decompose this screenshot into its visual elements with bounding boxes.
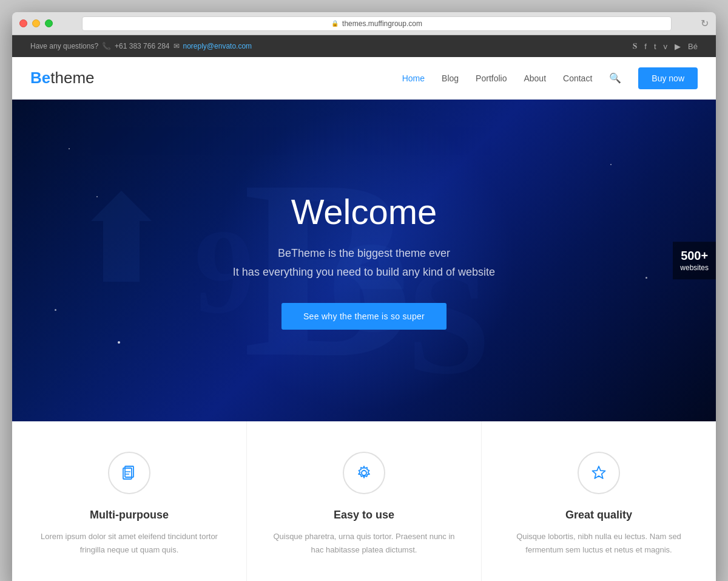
multipurpose-icon-circle xyxy=(108,452,150,494)
behance-icon[interactable]: Bé xyxy=(688,42,698,51)
quality-title: Great quality xyxy=(506,509,692,522)
star-decoration xyxy=(610,164,612,165)
star-decoration xyxy=(118,341,120,344)
logo-be: Be xyxy=(30,69,50,87)
easyuse-desc: Quisque pharetra, urna quis tortor. Prae… xyxy=(271,530,457,557)
refresh-icon[interactable]: ↻ xyxy=(701,18,709,29)
browser-titlebar: 🔒 themes.muffingroup.com ↻ xyxy=(12,12,716,35)
feature-card-multipurpose: Multi-purpouse Lorem ipsum dolor sit ame… xyxy=(12,421,247,581)
vimeo-icon[interactable]: v xyxy=(664,42,668,51)
nav-about[interactable]: About xyxy=(524,73,546,83)
skype-icon[interactable]: 𝐒 xyxy=(633,41,637,51)
logo-rest: theme xyxy=(50,69,94,87)
hero-subtitle-line2: It has everything you need to build any … xyxy=(233,266,495,278)
youtube-icon[interactable]: ▶ xyxy=(675,42,681,51)
email-icon: ✉ xyxy=(174,42,180,50)
nav-bar: Betheme Home Blog Portfolio About Contac… xyxy=(12,57,716,100)
badge-number: 500+ xyxy=(680,248,709,263)
easyuse-title: Easy to use xyxy=(271,509,457,522)
search-icon[interactable]: 🔍 xyxy=(609,72,621,84)
buy-now-button[interactable]: Buy now xyxy=(638,67,698,89)
nav-links: Home Blog Portfolio About Contact 🔍 Buy … xyxy=(402,67,698,89)
phone-number: +61 383 766 284 xyxy=(115,42,169,50)
hero-section: B e 9 S Welcome BeTheme is the biggest t… xyxy=(12,100,716,421)
feature-card-easyuse: Easy to use Quisque pharetra, urna quis … xyxy=(247,421,482,581)
quality-icon-circle xyxy=(578,452,620,494)
hero-cta-button[interactable]: See why the theme is so super xyxy=(281,303,447,330)
svg-point-9 xyxy=(362,471,366,475)
hero-title: Welcome xyxy=(291,191,437,232)
pages-icon xyxy=(120,464,138,482)
star-decoration xyxy=(55,309,56,311)
minimize-dot[interactable] xyxy=(32,19,40,27)
star-decoration xyxy=(645,277,647,279)
easyuse-icon-circle xyxy=(343,452,385,494)
svg-marker-10 xyxy=(593,466,605,478)
twitter-icon[interactable]: t xyxy=(654,42,656,51)
address-bar[interactable]: 🔒 themes.muffingroup.com xyxy=(82,16,672,31)
close-dot[interactable] xyxy=(19,19,27,27)
features-section: Multi-purpouse Lorem ipsum dolor sit ame… xyxy=(12,421,716,581)
star-icon xyxy=(590,464,608,482)
svg-marker-4 xyxy=(91,191,152,282)
lock-icon: 🔒 xyxy=(331,20,339,27)
url-text: themes.muffingroup.com xyxy=(342,19,422,28)
nav-home[interactable]: Home xyxy=(402,73,425,83)
star-decoration xyxy=(69,148,70,149)
gear-icon xyxy=(355,464,373,482)
email-link[interactable]: noreply@envato.com xyxy=(183,42,252,50)
facebook-icon[interactable]: f xyxy=(644,42,647,51)
top-bar-socials: 𝐒 f t v ▶ Bé xyxy=(633,41,698,51)
multipurpose-title: Multi-purpouse xyxy=(36,509,222,522)
star-decoration xyxy=(96,196,98,197)
maximize-dot[interactable] xyxy=(45,19,53,27)
multipurpose-desc: Lorem ipsum dolor sit amet eleifend tinc… xyxy=(36,530,222,557)
nav-portfolio[interactable]: Portfolio xyxy=(476,73,507,83)
site-logo[interactable]: Betheme xyxy=(30,69,95,87)
quality-desc: Quisque lobortis, nibh nulla eu lectus. … xyxy=(506,530,692,557)
nav-contact[interactable]: Contact xyxy=(563,73,592,83)
feature-card-quality: Great quality Quisque lobortis, nibh nul… xyxy=(482,421,716,581)
nav-blog[interactable]: Blog xyxy=(442,73,459,83)
badge-label: websites xyxy=(680,263,709,272)
top-bar-contact: Have any questions? 📞 +61 383 766 284 ✉ … xyxy=(30,42,252,50)
hero-subtitle: BeTheme is the biggest theme ever It has… xyxy=(233,244,495,281)
have-questions-text: Have any questions? xyxy=(30,42,98,50)
phone-icon: 📞 xyxy=(102,42,111,50)
hero-subtitle-line1: BeTheme is the biggest theme ever xyxy=(278,247,450,259)
browser-window: 🔒 themes.muffingroup.com ↻ Have any ques… xyxy=(12,12,716,581)
website-count-badge: 500+ websites xyxy=(673,242,716,279)
top-bar: Have any questions? 📞 +61 383 766 284 ✉ … xyxy=(12,35,716,57)
